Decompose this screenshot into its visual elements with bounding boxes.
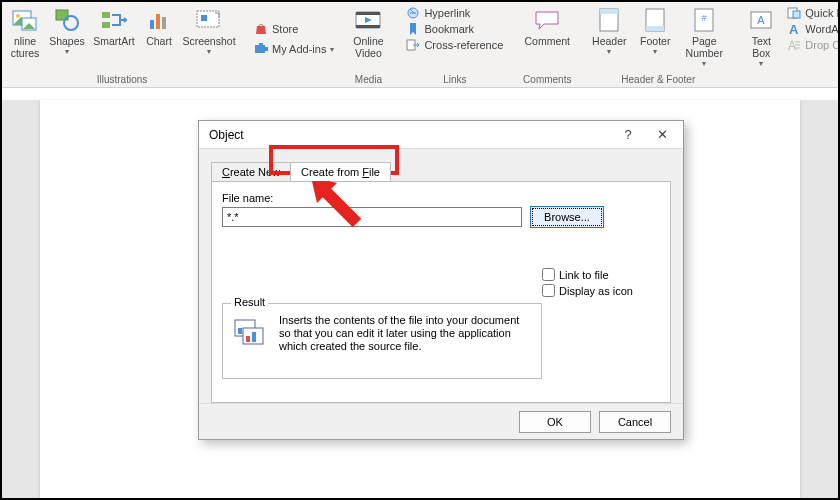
chevron-down-icon: ▾: [330, 45, 334, 54]
chevron-down-icon: ▾: [653, 47, 657, 56]
dialog-titlebar[interactable]: Object ? ✕: [199, 121, 683, 149]
group-label: Header & Footer: [621, 74, 695, 87]
dialog-footer: OK Cancel: [199, 403, 683, 439]
label: Text Box: [752, 35, 771, 59]
result-box: Result Inserts the contents of the file …: [222, 303, 542, 379]
group-illustrations: nline ctures Shapes ▾ SmartArt Chart: [2, 4, 242, 87]
display-as-icon-checkbox[interactable]: Display as icon: [542, 284, 660, 297]
wordart-icon: A: [787, 22, 801, 36]
svg-rect-9: [162, 17, 166, 29]
drop-cap-button[interactable]: A Drop Cap ▾: [787, 38, 840, 52]
label: Header: [592, 35, 626, 47]
svg-text:A: A: [789, 22, 799, 36]
label: Hyperlink: [424, 7, 470, 19]
addins-icon: [254, 42, 268, 56]
chart-icon: [145, 6, 173, 34]
svg-rect-23: [646, 26, 664, 31]
svg-rect-13: [259, 43, 263, 46]
label: WordArt: [805, 23, 840, 35]
label: Quick Parts: [805, 7, 840, 19]
chart-button[interactable]: Chart: [140, 4, 178, 49]
online-pictures-button[interactable]: nline ctures: [6, 4, 44, 61]
file-name-label: File name:: [222, 192, 660, 204]
page-number-icon: #: [690, 6, 718, 34]
chevron-down-icon: ▾: [607, 47, 611, 56]
svg-rect-12: [255, 45, 265, 53]
header-icon: [595, 6, 623, 34]
cancel-button[interactable]: Cancel: [599, 411, 671, 433]
close-button[interactable]: ✕: [647, 125, 677, 145]
chevron-down-icon: ▾: [207, 47, 211, 56]
screenshot-button[interactable]: Screenshot ▾: [180, 4, 238, 58]
text-box-icon: A: [747, 6, 775, 34]
screenshot-icon: [195, 6, 223, 34]
header-button[interactable]: Header ▾: [587, 4, 631, 58]
text-box-button[interactable]: A Text Box ▾: [741, 4, 781, 70]
store-icon: [254, 22, 268, 36]
result-text: Inserts the contents of the file into yo…: [279, 314, 533, 353]
group-label: Illustrations: [97, 74, 148, 87]
group-header-footer: Header ▾ Footer ▾ # Page Number ▾ Header…: [583, 4, 733, 87]
group-links: Hyperlink Bookmark Cross-reference Links: [398, 4, 511, 87]
crossref-icon: [406, 38, 420, 52]
bookmark-button[interactable]: Bookmark: [406, 22, 503, 36]
dialog-title: Object: [209, 128, 244, 142]
store-button[interactable]: Store: [254, 22, 298, 36]
video-icon: [354, 6, 382, 34]
close-icon: ✕: [657, 127, 668, 142]
comment-button[interactable]: Comment: [519, 4, 575, 49]
group-label: [291, 74, 294, 87]
cross-reference-button[interactable]: Cross-reference: [406, 38, 503, 52]
link-to-file-checkbox[interactable]: Link to file: [542, 268, 660, 281]
label: My Add-ins: [272, 43, 326, 55]
footer-button[interactable]: Footer ▾: [633, 4, 677, 58]
svg-rect-29: [793, 11, 800, 18]
help-button[interactable]: ?: [613, 125, 643, 145]
svg-rect-17: [356, 25, 380, 28]
ok-button[interactable]: OK: [519, 411, 591, 433]
result-legend: Result: [231, 296, 268, 308]
label: Footer: [640, 35, 670, 47]
tab-panel: File name: Browse... Link to file Displa…: [211, 181, 671, 403]
online-video-button[interactable]: Online Video: [346, 4, 390, 61]
file-name-input[interactable]: [222, 207, 522, 227]
group-label: Media: [355, 74, 382, 87]
label: Online Video: [353, 35, 383, 59]
smartart-button[interactable]: SmartArt: [90, 4, 138, 49]
svg-rect-16: [356, 12, 380, 15]
group-addins: Store My Add-ins ▾: [246, 4, 338, 87]
quick-parts-button[interactable]: Quick Parts ▾: [787, 6, 840, 20]
smartart-icon: [100, 6, 128, 34]
hyperlink-icon: [406, 6, 420, 20]
label: Screenshot: [182, 35, 235, 47]
label: Comment: [525, 35, 571, 47]
svg-rect-36: [252, 332, 256, 342]
group-media: Online Video Media: [342, 4, 394, 87]
pictures-icon: [11, 6, 39, 34]
svg-point-1: [16, 14, 20, 18]
tab-label: Create from File: [301, 166, 380, 178]
shapes-button[interactable]: Shapes ▾: [46, 4, 88, 58]
svg-rect-11: [201, 15, 207, 21]
group-label: Comments: [523, 74, 571, 87]
object-dialog: Object ? ✕ Create New Create from File F…: [198, 120, 684, 440]
label: Bookmark: [424, 23, 474, 35]
bookmark-icon: [406, 22, 420, 36]
tab-create-new[interactable]: Create New: [211, 162, 291, 181]
my-addins-button[interactable]: My Add-ins ▾: [254, 42, 334, 56]
svg-rect-7: [150, 20, 154, 29]
svg-point-4: [64, 16, 78, 30]
svg-text:#: #: [702, 13, 707, 23]
label: Drop Cap: [805, 39, 840, 51]
group-text: A Text Box ▾ Quick Parts ▾ A WordArt ▾ A…: [737, 4, 840, 87]
page-number-button[interactable]: # Page Number ▾: [679, 4, 729, 70]
browse-button[interactable]: Browse...: [530, 206, 604, 228]
wordart-button[interactable]: A WordArt ▾: [787, 22, 840, 36]
svg-rect-14: [265, 47, 268, 51]
ribbon: nline ctures Shapes ▾ SmartArt Chart: [2, 2, 838, 88]
tab-create-from-file[interactable]: Create from File: [290, 162, 391, 181]
comment-icon: [533, 6, 561, 34]
label: Display as icon: [559, 285, 633, 297]
svg-rect-6: [102, 22, 110, 28]
hyperlink-button[interactable]: Hyperlink: [406, 6, 503, 20]
